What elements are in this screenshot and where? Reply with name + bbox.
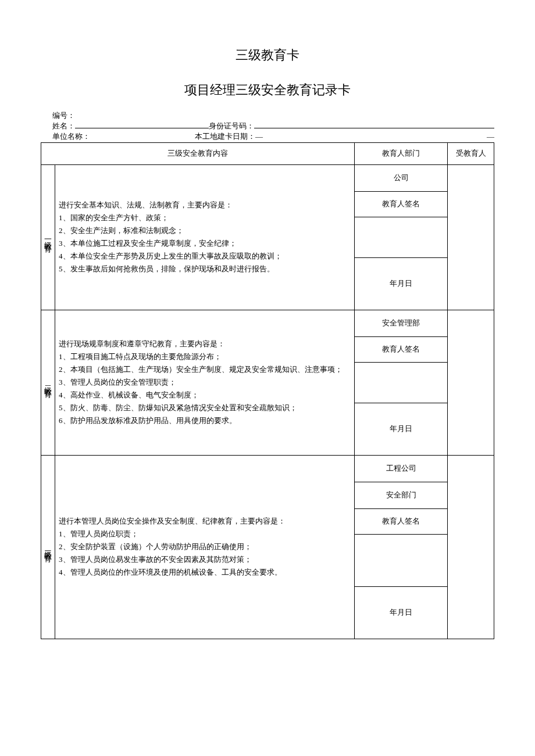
level-label-1: 一级教育 <box>41 164 55 310</box>
level-content-1: 进行安全基本知识、法规、法制教育，主要内容是： 1、国家的安全生产方针、政策； … <box>55 164 355 310</box>
page-title: 三级教育卡 <box>41 46 494 64</box>
header-dept: 教育人部门 <box>355 142 448 164</box>
trailing-dash: — <box>487 131 494 142</box>
level1-trainee <box>448 164 494 310</box>
education-table: 三级安全教育内容 教育人部门 受教育人 一级教育 进行安全基本知识、法规、法制教… <box>41 142 494 639</box>
level2-dept-0: 安全管理部 <box>355 310 448 336</box>
level3-date: 年月日 <box>355 586 448 639</box>
level3-signature-space <box>355 534 448 586</box>
table-header-row: 三级安全教育内容 教育人部门 受教育人 <box>41 142 494 164</box>
unit-field <box>90 131 195 142</box>
level3-trainee <box>448 455 494 639</box>
level-content-2-text: 进行现场规章制度和遵章守纪教育，主要内容是： 1、工程项目施工特点及现场的主要危… <box>59 339 343 425</box>
level3-dept-0: 工程公司 <box>355 455 448 482</box>
header-content: 三级安全教育内容 <box>41 142 355 164</box>
level3-dept-2: 教育人签名 <box>355 508 448 534</box>
level-content-1-text: 进行安全基本知识、法规、法制教育，主要内容是： 1、国家的安全生产方针、政策； … <box>59 200 282 273</box>
spacer <box>263 131 487 142</box>
meta-block: 编号： 姓名： 身份证号码： 单位名称： 本工地建卡日期： — — <box>52 110 494 142</box>
level-content-2: 进行现场规章制度和遵章守纪教育，主要内容是： 1、工程项目施工特点及现场的主要危… <box>55 310 355 455</box>
id-label: 身份证号码： <box>209 121 254 131</box>
dash: — <box>255 131 263 142</box>
table-row: 二级教育 进行现场规章制度和遵章守纪教育，主要内容是： 1、工程项目施工特点及现… <box>41 310 494 336</box>
level1-dept-1: 教育人签名 <box>355 191 448 217</box>
table-row: 三级教育 进行本管理人员岗位安全操作及安全制度、纪律教育，主要内容是： 1、管理… <box>41 455 494 482</box>
header-trainee: 受教育人 <box>448 142 494 164</box>
name-field <box>75 121 209 128</box>
id-field <box>254 121 494 128</box>
level3-dept-1: 安全部门 <box>355 482 448 508</box>
level1-date: 年月日 <box>355 257 448 310</box>
level1-signature-space <box>355 217 448 257</box>
level-content-3: 进行本管理人员岗位安全操作及安全制度、纪律教育，主要内容是： 1、管理人员岗位职… <box>55 455 355 639</box>
serial-label: 编号： <box>52 110 75 121</box>
page-subtitle: 项目经理三级安全教育记录卡 <box>41 81 494 99</box>
name-label: 姓名： <box>52 121 75 131</box>
level2-date: 年月日 <box>355 403 448 455</box>
level2-trainee <box>448 310 494 455</box>
level2-signature-space <box>355 362 448 403</box>
unit-label: 单位名称： <box>52 131 90 142</box>
table-row: 一级教育 进行安全基本知识、法规、法制教育，主要内容是： 1、国家的安全生产方针… <box>41 164 494 191</box>
level-label-3: 三级教育 <box>41 455 55 639</box>
level2-dept-1: 教育人签名 <box>355 336 448 362</box>
level1-dept-0: 公司 <box>355 164 448 191</box>
site-date-label: 本工地建卡日期： <box>195 131 255 142</box>
level-content-3-text: 进行本管理人员岗位安全操作及安全制度、纪律教育，主要内容是： 1、管理人员岗位职… <box>59 517 286 576</box>
level-label-2: 二级教育 <box>41 310 55 455</box>
